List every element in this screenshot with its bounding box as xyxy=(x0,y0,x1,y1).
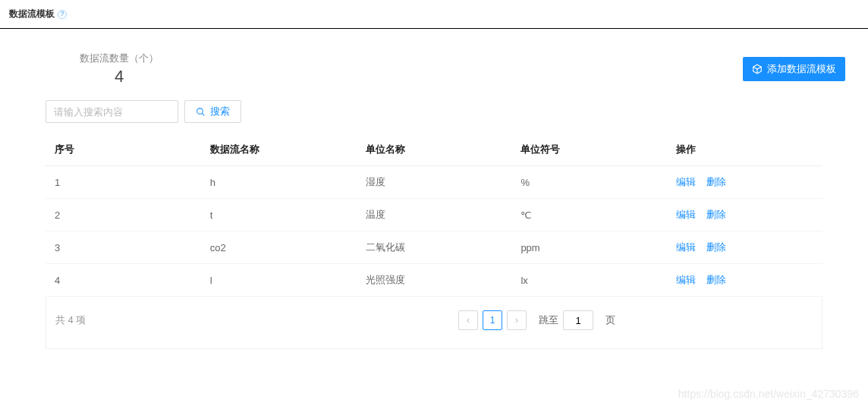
th-action: 操作 xyxy=(667,134,822,166)
summary-stat: 数据流数量（个） 4 xyxy=(80,52,159,87)
cell-action: 编辑删除 xyxy=(667,264,822,297)
pagination: 共 4 项 ‹ 1 › 跳至 页 xyxy=(46,297,822,349)
cell-unit-symbol: lx xyxy=(511,264,667,297)
add-template-button[interactable]: 添加数据流模板 xyxy=(743,57,845,81)
chevron-right-icon: › xyxy=(515,315,518,326)
pager-page-label: 1 xyxy=(490,315,495,326)
page-header: 数据流模板 ? xyxy=(0,0,868,29)
delete-link[interactable]: 删除 xyxy=(706,176,726,187)
cell-index: 4 xyxy=(46,264,201,297)
search-button[interactable]: 搜索 xyxy=(184,100,241,123)
cell-index: 3 xyxy=(46,231,201,264)
cell-unit-symbol: ℃ xyxy=(511,199,667,231)
table-row: 1h湿度%编辑删除 xyxy=(46,166,822,199)
cell-index: 1 xyxy=(46,166,201,199)
jump-input[interactable] xyxy=(563,310,593,330)
pager-prev-button[interactable]: ‹ xyxy=(458,310,478,330)
pagination-total: 共 4 项 xyxy=(55,313,86,327)
pager-page-button[interactable]: 1 xyxy=(483,310,502,330)
search-input[interactable] xyxy=(46,100,178,123)
edit-link[interactable]: 编辑 xyxy=(676,209,696,220)
summary-value: 4 xyxy=(80,67,159,87)
cell-index: 2 xyxy=(46,199,201,231)
cell-unit-name: 二氧化碳 xyxy=(357,231,512,264)
table-row: 3co2二氧化碳ppm编辑删除 xyxy=(46,231,822,264)
cell-name: h xyxy=(201,166,357,199)
th-unit-symbol: 单位符号 xyxy=(511,134,667,166)
page-title: 数据流模板 xyxy=(9,8,55,20)
cell-unit-name: 光照强度 xyxy=(357,264,512,297)
svg-point-0 xyxy=(197,108,203,114)
cell-unit-symbol: ppm xyxy=(511,231,667,264)
chevron-left-icon: ‹ xyxy=(467,315,470,326)
th-name: 数据流名称 xyxy=(201,134,357,166)
delete-link[interactable]: 删除 xyxy=(706,274,726,285)
table-row: 4l光照强度lx编辑删除 xyxy=(46,264,822,297)
add-template-label: 添加数据流模板 xyxy=(767,62,836,76)
edit-link[interactable]: 编辑 xyxy=(676,274,696,285)
delete-link[interactable]: 删除 xyxy=(706,209,726,220)
cell-name: co2 xyxy=(201,231,357,264)
content-area: 数据流数量（个） 4 添加数据流模板 搜索 序号 数据流名称 xyxy=(0,38,868,349)
search-button-label: 搜索 xyxy=(210,105,230,118)
pagination-controls: ‹ 1 › 跳至 页 xyxy=(458,310,615,330)
help-icon[interactable]: ? xyxy=(58,10,67,19)
table-header-row: 序号 数据流名称 单位名称 单位符号 操作 xyxy=(46,134,822,166)
cell-unit-name: 温度 xyxy=(357,199,512,231)
cell-unit-name: 湿度 xyxy=(357,166,512,199)
cube-icon xyxy=(752,64,763,74)
edit-link[interactable]: 编辑 xyxy=(676,176,696,187)
th-unit-name: 单位名称 xyxy=(357,134,512,166)
cell-unit-symbol: % xyxy=(511,166,667,199)
cell-name: t xyxy=(201,199,357,231)
search-row: 搜索 xyxy=(0,100,868,134)
data-table: 序号 数据流名称 单位名称 单位符号 操作 1h湿度%编辑删除2t温度℃编辑删除… xyxy=(46,134,822,297)
pager-next-button[interactable]: › xyxy=(507,310,527,330)
cell-action: 编辑删除 xyxy=(667,199,822,231)
th-index: 序号 xyxy=(46,134,201,166)
summary-row: 数据流数量（个） 4 添加数据流模板 xyxy=(0,38,868,100)
cell-name: l xyxy=(201,264,357,297)
table-row: 2t温度℃编辑删除 xyxy=(46,199,822,231)
jump-label: 跳至 xyxy=(539,313,558,327)
cell-action: 编辑删除 xyxy=(667,166,822,199)
page-suffix: 页 xyxy=(605,313,615,327)
svg-line-1 xyxy=(202,113,204,115)
search-icon xyxy=(196,107,206,117)
edit-link[interactable]: 编辑 xyxy=(676,241,696,253)
cell-action: 编辑删除 xyxy=(667,231,822,264)
summary-label: 数据流数量（个） xyxy=(80,52,159,65)
delete-link[interactable]: 删除 xyxy=(706,241,726,253)
